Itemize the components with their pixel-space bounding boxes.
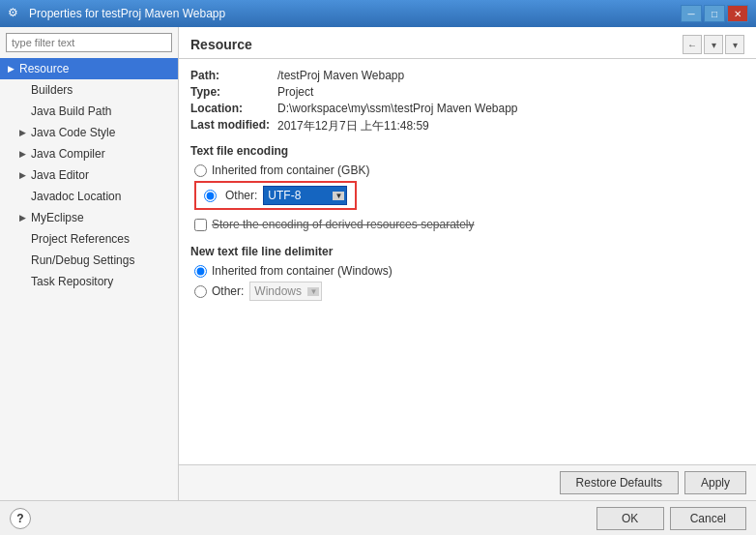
encoding-select-wrapper: UTF-8 GBK UTF-16 ISO-8859-1	[263, 186, 347, 205]
path-label: Path:	[190, 69, 277, 82]
sidebar-item-label: Javadoc Location	[31, 188, 121, 205]
location-row: Location: D:\workspace\my\ssm\testProj M…	[190, 102, 744, 115]
sidebar-item-resource[interactable]: ▶ Resource	[0, 58, 178, 79]
filter-input[interactable]	[6, 33, 172, 52]
type-label: Type:	[190, 85, 277, 99]
type-value: Project	[277, 85, 313, 99]
tree-arrow-java-editor: ▶	[19, 166, 29, 184]
sidebar-item-javadoc-location[interactable]: Javadoc Location	[0, 186, 178, 207]
sidebar-item-label: Java Compiler	[31, 145, 105, 163]
ok-button[interactable]: OK	[596, 507, 664, 530]
line-inherited-label: Inherited from container (Windows)	[212, 264, 393, 278]
titlebar: ⚙ Properties for testProj Maven Webapp ─…	[0, 0, 756, 27]
sidebar-item-run-debug-settings[interactable]: Run/Debug Settings	[0, 250, 178, 271]
sidebar-item-java-code-style[interactable]: ▶ Java Code Style	[0, 122, 178, 143]
sidebar-item-label: Java Build Path	[31, 103, 111, 120]
sidebar-item-project-references[interactable]: Project References	[0, 228, 178, 250]
forward-dropdown[interactable]: ▾	[704, 35, 723, 54]
tree-arrow-resource: ▶	[8, 60, 17, 77]
sidebar-item-builders[interactable]: Builders	[0, 79, 178, 101]
line-delim-section-title: New text file line delimiter	[190, 245, 744, 258]
sidebar-item-label: Task Repository	[31, 273, 113, 290]
sidebar-item-label: Builders	[31, 81, 73, 99]
footer-left: ?	[10, 508, 31, 529]
lastmod-row: Last modified: 2017年12月7日 上午11:48:59	[190, 118, 744, 134]
sidebar-item-label: MyEclipse	[31, 209, 84, 226]
window-title: Properties for testProj Maven Webapp	[29, 7, 681, 20]
tree-arrow-myeclipse: ▶	[19, 209, 29, 226]
inherited-radio-label: Inherited from container (GBK)	[212, 163, 369, 177]
footer-right: OK Cancel	[596, 507, 746, 530]
inherited-radio-row: Inherited from container (GBK)	[190, 163, 744, 177]
bottom-action-bar: Restore Defaults Apply	[179, 464, 756, 500]
path-row: Path: /testProj Maven Webapp	[190, 69, 744, 82]
path-value: /testProj Maven Webapp	[277, 69, 404, 82]
line-other-radio[interactable]	[194, 285, 207, 298]
right-panel: Resource ← ▾ ▾ Path: /testProj Maven Web…	[179, 27, 756, 500]
line-other-row: Other: Windows Unix Mac	[190, 282, 744, 301]
sidebar-item-task-repository[interactable]: Task Repository	[0, 271, 178, 292]
store-encoding-label: Store the encoding of derived resources …	[212, 218, 475, 231]
apply-button[interactable]: Apply	[684, 471, 746, 494]
lastmod-label: Last modified:	[190, 118, 277, 132]
tree-arrow-java-compiler: ▶	[19, 145, 29, 163]
cancel-button[interactable]: Cancel	[670, 507, 746, 530]
sidebar: ▶ Resource Builders Java Build Path ▶ Ja…	[0, 27, 179, 500]
panel-title: Resource	[190, 37, 252, 52]
sidebar-item-label: Resource	[19, 60, 69, 77]
sidebar-item-java-editor[interactable]: ▶ Java Editor	[0, 164, 178, 186]
help-button[interactable]: ?	[10, 508, 31, 529]
lastmod-value: 2017年12月7日 上午11:48:59	[277, 118, 429, 134]
other-encoding-row: Other: UTF-8 GBK UTF-16 ISO-8859-1	[194, 181, 357, 210]
panel-header: Resource ← ▾ ▾	[179, 27, 756, 59]
restore-defaults-button[interactable]: Restore Defaults	[560, 471, 679, 494]
window-icon: ⚙	[8, 6, 23, 21]
sidebar-tree: ▶ Resource Builders Java Build Path ▶ Ja…	[0, 58, 178, 500]
encoding-section-title: Text file encoding	[190, 144, 744, 158]
sidebar-item-myeclipse[interactable]: ▶ MyEclipse	[0, 207, 178, 228]
maximize-button[interactable]: □	[704, 5, 725, 22]
main-content: ▶ Resource Builders Java Build Path ▶ Ja…	[0, 27, 756, 500]
line-delimiter-select[interactable]: Windows Unix Mac	[249, 282, 322, 301]
tree-arrow-java-code-style: ▶	[19, 124, 29, 141]
encoding-select[interactable]: UTF-8 GBK UTF-16 ISO-8859-1	[263, 186, 347, 205]
other-encoding-radio[interactable]	[204, 190, 217, 202]
sidebar-item-label: Project References	[31, 230, 130, 248]
line-delimiter-select-wrapper: Windows Unix Mac	[249, 282, 322, 301]
menu-button[interactable]: ▾	[725, 35, 744, 54]
sidebar-item-label: Java Code Style	[31, 124, 115, 141]
window-controls: ─ □ ✕	[681, 5, 748, 22]
line-other-label: Other:	[212, 284, 244, 298]
sidebar-item-java-compiler[interactable]: ▶ Java Compiler	[0, 143, 178, 164]
location-value: D:\workspace\my\ssm\testProj Maven Webap…	[277, 102, 518, 115]
sidebar-item-label: Java Editor	[31, 166, 89, 184]
sidebar-item-label: Run/Debug Settings	[31, 252, 134, 269]
other-encoding-label: Other:	[225, 189, 257, 202]
line-inherited-radio[interactable]	[194, 265, 207, 278]
type-row: Type: Project	[190, 85, 744, 99]
sidebar-item-java-build-path[interactable]: Java Build Path	[0, 101, 178, 122]
store-encoding-row: Store the encoding of derived resources …	[190, 218, 744, 231]
inherited-radio[interactable]	[194, 164, 207, 177]
back-button[interactable]: ←	[683, 35, 702, 54]
line-inherited-row: Inherited from container (Windows)	[190, 264, 744, 278]
panel-body: Path: /testProj Maven Webapp Type: Proje…	[179, 59, 756, 464]
close-button[interactable]: ✕	[727, 5, 748, 22]
store-encoding-checkbox[interactable]	[194, 219, 207, 231]
minimize-button[interactable]: ─	[681, 5, 702, 22]
panel-toolbar: ← ▾ ▾	[683, 35, 744, 54]
footer: ? OK Cancel	[0, 500, 756, 535]
location-label: Location:	[190, 102, 277, 115]
